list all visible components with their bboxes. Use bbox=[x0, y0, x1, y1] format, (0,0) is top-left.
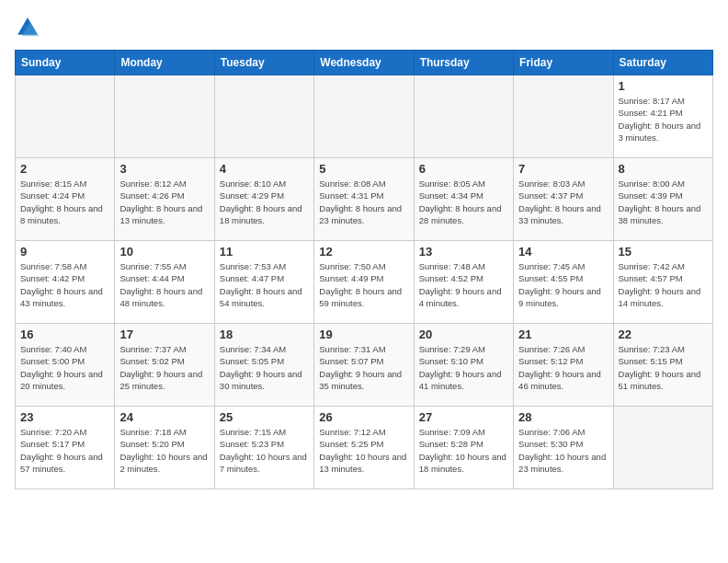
day-number: 14 bbox=[518, 245, 608, 259]
day-info: Sunrise: 8:03 AM Sunset: 4:37 PM Dayligh… bbox=[518, 178, 608, 226]
day-number: 5 bbox=[319, 162, 408, 176]
day-info: Sunrise: 7:31 AM Sunset: 5:07 PM Dayligh… bbox=[319, 343, 408, 392]
calendar-cell bbox=[514, 75, 613, 158]
day-number: 19 bbox=[319, 327, 408, 341]
calendar-cell: 8Sunrise: 8:00 AM Sunset: 4:39 PM Daylig… bbox=[613, 158, 712, 241]
day-info: Sunrise: 7:55 AM Sunset: 4:44 PM Dayligh… bbox=[119, 260, 209, 309]
day-number: 24 bbox=[119, 410, 209, 424]
day-number: 10 bbox=[119, 245, 209, 259]
calendar-cell: 4Sunrise: 8:10 AM Sunset: 4:29 PM Daylig… bbox=[214, 158, 313, 241]
day-info: Sunrise: 7:48 AM Sunset: 4:52 PM Dayligh… bbox=[419, 260, 508, 309]
day-number: 25 bbox=[220, 410, 309, 424]
calendar-week-3: 9Sunrise: 7:58 AM Sunset: 4:42 PM Daylig… bbox=[16, 241, 713, 324]
day-number: 28 bbox=[518, 410, 608, 424]
calendar-cell: 2Sunrise: 8:15 AM Sunset: 4:24 PM Daylig… bbox=[16, 158, 115, 241]
calendar-cell: 5Sunrise: 8:08 AM Sunset: 4:31 PM Daylig… bbox=[314, 158, 414, 241]
calendar-cell bbox=[314, 75, 414, 158]
calendar-cell: 1Sunrise: 8:17 AM Sunset: 4:21 PM Daylig… bbox=[613, 75, 712, 158]
calendar-header-sunday: Sunday bbox=[16, 51, 115, 75]
calendar-cell: 26Sunrise: 7:12 AM Sunset: 5:25 PM Dayli… bbox=[314, 407, 414, 489]
day-info: Sunrise: 8:05 AM Sunset: 4:34 PM Dayligh… bbox=[419, 178, 508, 226]
day-number: 20 bbox=[419, 327, 508, 341]
calendar-header-wednesday: Wednesday bbox=[314, 51, 414, 75]
day-info: Sunrise: 7:58 AM Sunset: 4:42 PM Dayligh… bbox=[20, 260, 109, 309]
day-info: Sunrise: 7:29 AM Sunset: 5:10 PM Dayligh… bbox=[419, 343, 508, 392]
calendar-cell bbox=[214, 75, 313, 158]
day-info: Sunrise: 7:37 AM Sunset: 5:02 PM Dayligh… bbox=[119, 343, 209, 392]
calendar-cell: 28Sunrise: 7:06 AM Sunset: 5:30 PM Dayli… bbox=[514, 407, 613, 489]
day-number: 27 bbox=[419, 410, 508, 424]
calendar-cell: 7Sunrise: 8:03 AM Sunset: 4:37 PM Daylig… bbox=[514, 158, 613, 241]
calendar-cell: 20Sunrise: 7:29 AM Sunset: 5:10 PM Dayli… bbox=[414, 324, 513, 407]
day-number: 3 bbox=[119, 162, 209, 176]
calendar-header-monday: Monday bbox=[115, 51, 214, 75]
calendar-table: SundayMondayTuesdayWednesdayThursdayFrid… bbox=[15, 50, 713, 489]
day-number: 8 bbox=[619, 162, 708, 176]
day-info: Sunrise: 7:53 AM Sunset: 4:47 PM Dayligh… bbox=[220, 260, 309, 309]
calendar-week-1: 1Sunrise: 8:17 AM Sunset: 4:21 PM Daylig… bbox=[16, 75, 713, 158]
day-number: 1 bbox=[619, 79, 708, 93]
calendar-cell: 21Sunrise: 7:26 AM Sunset: 5:12 PM Dayli… bbox=[514, 324, 613, 407]
calendar-cell: 6Sunrise: 8:05 AM Sunset: 4:34 PM Daylig… bbox=[414, 158, 513, 241]
calendar-cell bbox=[613, 407, 712, 489]
calendar-cell: 27Sunrise: 7:09 AM Sunset: 5:28 PM Dayli… bbox=[414, 407, 513, 489]
day-info: Sunrise: 8:10 AM Sunset: 4:29 PM Dayligh… bbox=[220, 178, 309, 226]
day-number: 15 bbox=[619, 245, 708, 259]
calendar-cell: 17Sunrise: 7:37 AM Sunset: 5:02 PM Dayli… bbox=[115, 324, 214, 407]
calendar-week-4: 16Sunrise: 7:40 AM Sunset: 5:00 PM Dayli… bbox=[16, 324, 713, 407]
calendar-cell: 9Sunrise: 7:58 AM Sunset: 4:42 PM Daylig… bbox=[16, 241, 115, 324]
day-number: 2 bbox=[20, 162, 109, 176]
day-info: Sunrise: 7:20 AM Sunset: 5:17 PM Dayligh… bbox=[20, 426, 109, 475]
day-number: 11 bbox=[220, 245, 309, 259]
calendar-header-friday: Friday bbox=[514, 51, 613, 75]
day-info: Sunrise: 8:17 AM Sunset: 4:21 PM Dayligh… bbox=[619, 95, 708, 144]
calendar-cell: 22Sunrise: 7:23 AM Sunset: 5:15 PM Dayli… bbox=[613, 324, 712, 407]
day-number: 18 bbox=[220, 327, 309, 341]
calendar-cell bbox=[414, 75, 513, 158]
calendar-cell: 19Sunrise: 7:31 AM Sunset: 5:07 PM Dayli… bbox=[314, 324, 414, 407]
day-number: 12 bbox=[319, 245, 408, 259]
day-number: 16 bbox=[20, 327, 109, 341]
day-info: Sunrise: 7:23 AM Sunset: 5:15 PM Dayligh… bbox=[619, 343, 708, 392]
day-number: 17 bbox=[119, 327, 209, 341]
day-info: Sunrise: 7:06 AM Sunset: 5:30 PM Dayligh… bbox=[518, 426, 608, 475]
day-number: 23 bbox=[20, 410, 109, 424]
calendar-cell: 24Sunrise: 7:18 AM Sunset: 5:20 PM Dayli… bbox=[115, 407, 214, 489]
day-info: Sunrise: 8:00 AM Sunset: 4:39 PM Dayligh… bbox=[619, 178, 708, 226]
calendar-week-2: 2Sunrise: 8:15 AM Sunset: 4:24 PM Daylig… bbox=[16, 158, 713, 241]
calendar-cell: 13Sunrise: 7:48 AM Sunset: 4:52 PM Dayli… bbox=[414, 241, 513, 324]
calendar-header-saturday: Saturday bbox=[613, 51, 712, 75]
calendar-header-tuesday: Tuesday bbox=[214, 51, 313, 75]
calendar-cell: 16Sunrise: 7:40 AM Sunset: 5:00 PM Dayli… bbox=[16, 324, 115, 407]
logo bbox=[15, 15, 44, 40]
day-number: 21 bbox=[518, 327, 608, 341]
logo-icon bbox=[15, 15, 40, 40]
day-number: 22 bbox=[619, 327, 708, 341]
day-info: Sunrise: 8:15 AM Sunset: 4:24 PM Dayligh… bbox=[20, 178, 109, 226]
day-number: 6 bbox=[419, 162, 508, 176]
day-info: Sunrise: 7:34 AM Sunset: 5:05 PM Dayligh… bbox=[220, 343, 309, 392]
day-info: Sunrise: 8:08 AM Sunset: 4:31 PM Dayligh… bbox=[319, 178, 408, 226]
page-header bbox=[15, 15, 713, 40]
calendar-cell bbox=[16, 75, 115, 158]
calendar-cell: 15Sunrise: 7:42 AM Sunset: 4:57 PM Dayli… bbox=[613, 241, 712, 324]
day-number: 4 bbox=[220, 162, 309, 176]
day-info: Sunrise: 7:15 AM Sunset: 5:23 PM Dayligh… bbox=[220, 426, 309, 475]
day-info: Sunrise: 7:09 AM Sunset: 5:28 PM Dayligh… bbox=[419, 426, 508, 475]
day-info: Sunrise: 7:26 AM Sunset: 5:12 PM Dayligh… bbox=[518, 343, 608, 392]
calendar-cell bbox=[115, 75, 214, 158]
calendar-cell: 14Sunrise: 7:45 AM Sunset: 4:55 PM Dayli… bbox=[514, 241, 613, 324]
day-info: Sunrise: 7:50 AM Sunset: 4:49 PM Dayligh… bbox=[319, 260, 408, 309]
day-info: Sunrise: 7:45 AM Sunset: 4:55 PM Dayligh… bbox=[518, 260, 608, 309]
day-number: 7 bbox=[518, 162, 608, 176]
day-info: Sunrise: 7:42 AM Sunset: 4:57 PM Dayligh… bbox=[619, 260, 708, 309]
calendar-cell: 10Sunrise: 7:55 AM Sunset: 4:44 PM Dayli… bbox=[115, 241, 214, 324]
day-info: Sunrise: 7:12 AM Sunset: 5:25 PM Dayligh… bbox=[319, 426, 408, 475]
calendar-header-row: SundayMondayTuesdayWednesdayThursdayFrid… bbox=[16, 51, 713, 75]
calendar-cell: 11Sunrise: 7:53 AM Sunset: 4:47 PM Dayli… bbox=[214, 241, 313, 324]
calendar-cell: 12Sunrise: 7:50 AM Sunset: 4:49 PM Dayli… bbox=[314, 241, 414, 324]
day-number: 9 bbox=[20, 245, 109, 259]
calendar-cell: 18Sunrise: 7:34 AM Sunset: 5:05 PM Dayli… bbox=[214, 324, 313, 407]
day-number: 26 bbox=[319, 410, 408, 424]
calendar-header-thursday: Thursday bbox=[414, 51, 513, 75]
